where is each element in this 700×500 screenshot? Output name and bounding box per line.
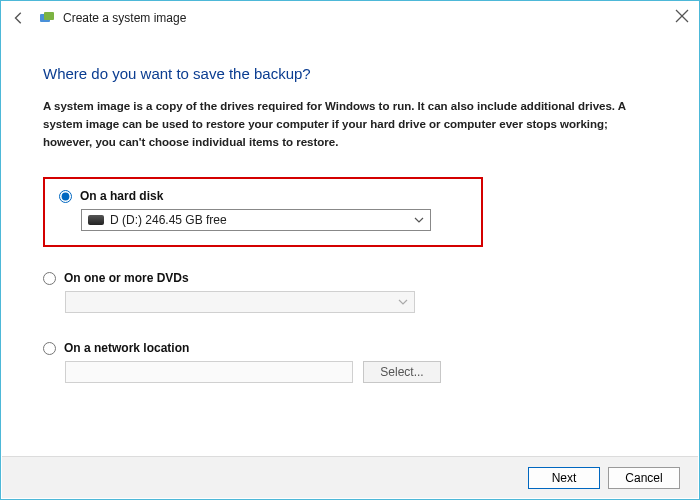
network-path-input <box>65 361 353 383</box>
app-icon <box>39 10 55 26</box>
cancel-button[interactable]: Cancel <box>608 467 680 489</box>
content-area: Where do you want to save the backup? A … <box>1 35 699 383</box>
radio-hard-disk-label[interactable]: On a hard disk <box>80 189 163 203</box>
hard-disk-option-highlight: On a hard disk D (D:) 246.45 GB free <box>43 177 483 247</box>
network-select-button[interactable]: Select... <box>363 361 441 383</box>
description-text: A system image is a copy of the drives r… <box>43 98 633 151</box>
hard-disk-dropdown[interactable]: D (D:) 246.45 GB free <box>81 209 431 231</box>
radio-network[interactable] <box>43 342 56 355</box>
close-button[interactable] <box>675 9 689 23</box>
radio-network-label[interactable]: On a network location <box>64 341 189 355</box>
radio-dvd[interactable] <box>43 272 56 285</box>
svg-rect-1 <box>44 12 54 20</box>
page-heading: Where do you want to save the backup? <box>43 65 657 82</box>
back-button[interactable] <box>9 8 29 28</box>
window-title: Create a system image <box>63 11 186 25</box>
disk-icon <box>88 215 104 225</box>
hard-disk-selected: D (D:) 246.45 GB free <box>110 213 227 227</box>
next-button[interactable]: Next <box>528 467 600 489</box>
chevron-down-icon <box>414 217 424 223</box>
chevron-down-icon <box>398 299 408 305</box>
radio-hard-disk[interactable] <box>59 190 72 203</box>
radio-dvd-label[interactable]: On one or more DVDs <box>64 271 189 285</box>
dvd-dropdown <box>65 291 415 313</box>
titlebar: Create a system image <box>1 1 699 35</box>
footer: Next Cancel <box>2 456 698 498</box>
